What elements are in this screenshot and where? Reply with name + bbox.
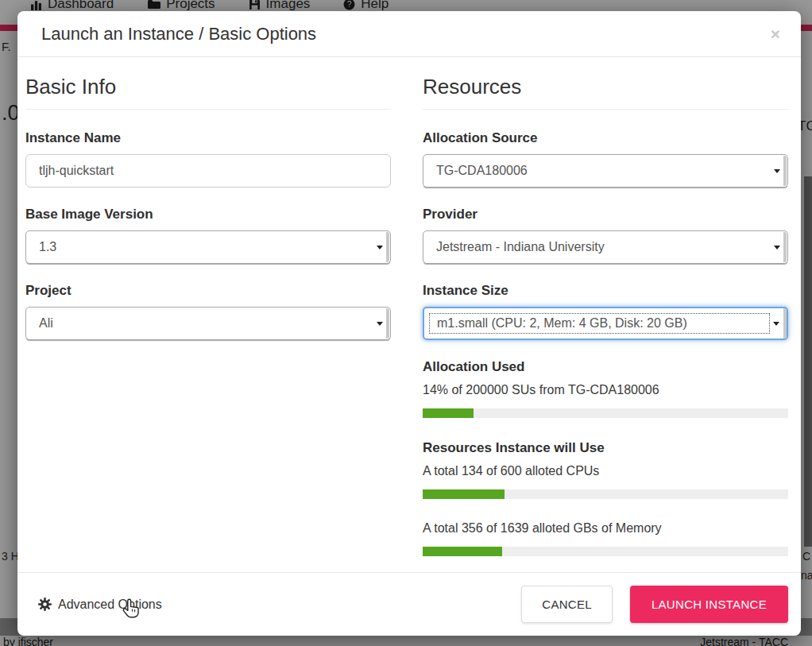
instance-size-label: Instance Size — [423, 283, 788, 299]
allocation-source-field-group: Allocation Source TG-CDA180006 — [423, 130, 788, 188]
select-edge-strip — [386, 232, 389, 262]
base-image-version-label: Base Image Version — [25, 207, 391, 222]
modal-header: Launch an Instance / Basic Options × — [17, 11, 801, 57]
footer-buttons: CANCEL LAUNCH INSTANCE — [521, 586, 788, 623]
select-edge-strip — [783, 232, 787, 262]
select-edge-strip — [783, 308, 787, 338]
modal-footer: Advanced Options CANCEL LAUNCH INSTANCE — [17, 572, 801, 636]
allocation-used-text: 14% of 200000 SUs from TG-CDA180006 — [423, 383, 788, 397]
chevron-down-icon — [377, 246, 383, 250]
select-edge-strip — [783, 156, 787, 186]
chevron-down-icon — [774, 169, 780, 173]
progress-fill — [423, 547, 502, 556]
provider-value: Jetstream - Indiana University — [423, 240, 605, 254]
progress-fill — [423, 408, 474, 418]
memory-used-progressbar — [423, 547, 788, 556]
base-image-version-field-group: Base Image Version 1.3 — [25, 207, 391, 264]
provider-field-group: Provider Jetstream - Indiana University — [423, 207, 788, 264]
base-image-version-value: 1.3 — [26, 240, 56, 254]
allocation-source-value: TG-CDA180006 — [423, 164, 528, 178]
instance-size-value: m1.small (CPU: 2, Mem: 4 GB, Disk: 20 GB… — [430, 314, 769, 333]
provider-select[interactable]: Jetstream - Indiana University — [423, 230, 788, 264]
instance-name-label: Instance Name — [25, 130, 391, 146]
allocation-source-select[interactable]: TG-CDA180006 — [423, 154, 788, 188]
instance-size-field-group: Instance Size m1.small (CPU: 2, Mem: 4 G… — [423, 283, 788, 340]
basic-info-column: Basic Info Instance Name Base Image Vers… — [25, 75, 391, 572]
chevron-down-icon — [773, 322, 779, 326]
resources-column: Resources Allocation Source TG-CDA180006… — [423, 75, 788, 572]
modal-title: Launch an Instance / Basic Options — [41, 24, 316, 44]
launch-instance-button[interactable]: LAUNCH INSTANCE — [630, 586, 788, 623]
chevron-down-icon — [377, 322, 383, 326]
base-image-version-select[interactable]: 1.3 — [25, 230, 391, 264]
select-edge-strip — [386, 308, 389, 338]
instance-name-input[interactable] — [25, 154, 391, 188]
provider-label: Provider — [423, 207, 788, 222]
modal-body: Basic Info Instance Name Base Image Vers… — [17, 57, 801, 572]
progress-fill — [423, 489, 505, 499]
cancel-button[interactable]: CANCEL — [521, 586, 613, 623]
project-select[interactable]: Ali — [25, 307, 391, 340]
project-field-group: Project Ali — [25, 283, 391, 340]
instance-name-field-group: Instance Name — [25, 130, 391, 188]
project-value: Ali — [26, 316, 53, 331]
chevron-down-icon — [774, 246, 780, 250]
allocation-used-progressbar — [423, 408, 788, 418]
close-icon[interactable]: × — [771, 25, 780, 42]
advanced-options-link[interactable]: Advanced Options — [38, 598, 162, 612]
instance-size-select[interactable]: m1.small (CPU: 2, Mem: 4 GB, Disk: 20 GB… — [423, 307, 788, 340]
resources-heading: Resources — [423, 75, 788, 110]
advanced-options-label: Advanced Options — [58, 598, 162, 612]
basic-info-heading: Basic Info — [25, 75, 391, 110]
cpu-used-text: A total 134 of 600 alloted CPUs — [423, 464, 788, 478]
cpu-used-progressbar — [423, 489, 788, 499]
resources-used-label: Resources Instance will Use — [423, 440, 788, 456]
project-label: Project — [25, 283, 391, 299]
allocation-source-label: Allocation Source — [423, 130, 788, 146]
memory-used-text: A total 356 of 1639 alloted GBs of Memor… — [423, 521, 788, 536]
gear-icon — [38, 598, 52, 611]
launch-instance-modal: Launch an Instance / Basic Options × Bas… — [17, 11, 801, 636]
allocation-used-label: Allocation Used — [423, 359, 788, 375]
